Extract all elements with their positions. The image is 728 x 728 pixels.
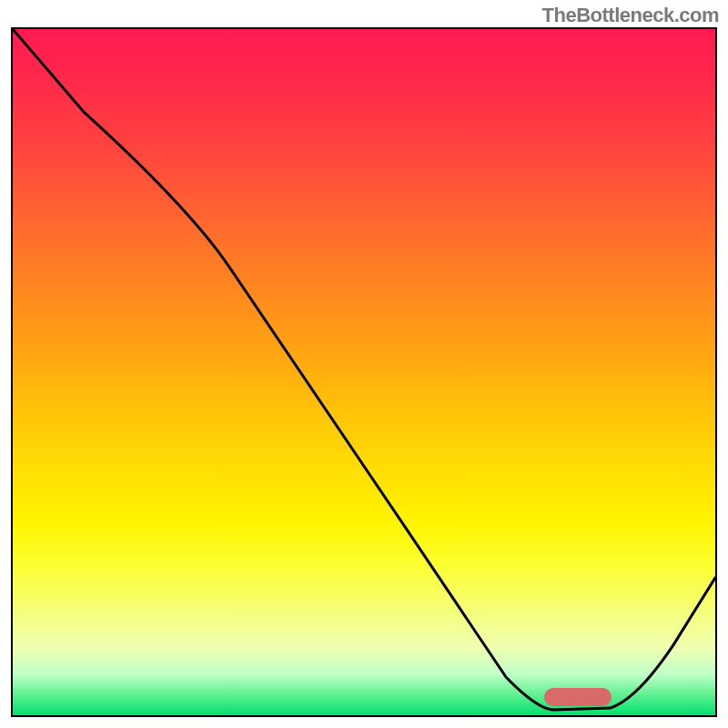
chart-plot-area: [11, 27, 717, 717]
bottleneck-curve: [13, 29, 715, 715]
attribution-text: TheBottleneck.com: [542, 4, 719, 27]
optimal-range-marker: [544, 688, 612, 706]
